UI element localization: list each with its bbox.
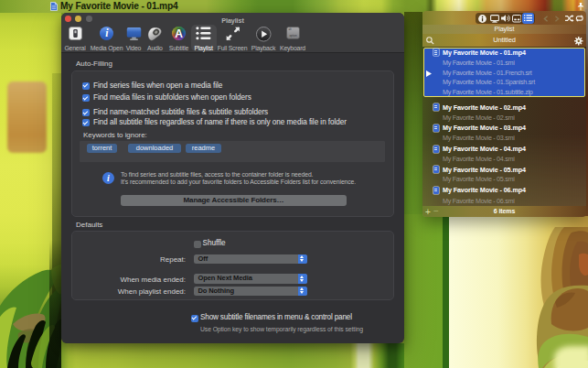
svg-text:alt: alt	[288, 27, 291, 31]
svg-text:option: option	[289, 34, 296, 38]
